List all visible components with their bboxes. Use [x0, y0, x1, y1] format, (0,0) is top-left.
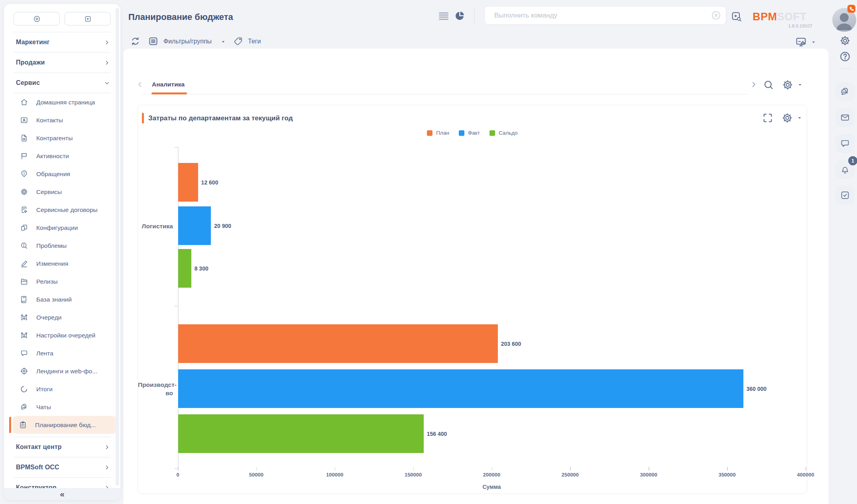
sidebar-item[interactable]: Конфигурации: [4, 219, 120, 237]
service-contract-icon: [20, 206, 28, 214]
sidebar-item[interactable]: Релизы: [4, 273, 120, 290]
phone-icon: [849, 6, 854, 12]
clear-command-icon[interactable]: [711, 10, 721, 20]
search-icon[interactable]: [763, 79, 774, 90]
sidebar-item-label: Чаты: [36, 404, 51, 411]
tags-button[interactable]: Теги: [248, 38, 261, 45]
bubble-icon: [840, 138, 850, 149]
tag-icon[interactable]: [233, 36, 243, 46]
tab-settings-gear-icon[interactable]: [782, 79, 794, 91]
chart-bar-Сальдо-Логистика: [178, 249, 191, 288]
gear-icon: [20, 188, 28, 196]
sidebar-item[interactable]: Контрагенты: [4, 129, 120, 147]
feed-panel-button[interactable]: [835, 134, 855, 153]
sidebar-item-active[interactable]: Планирование бюд...: [13, 416, 116, 434]
sidebar-item[interactable]: Лента: [4, 344, 120, 362]
plus-circle-icon: [33, 15, 41, 23]
refresh-icon[interactable]: [130, 36, 140, 46]
left-sidebar: МаркетингПродажиСервисДомашняя страницаК…: [4, 4, 120, 500]
sidebar-item-label: Контакты: [36, 117, 63, 124]
filters-caret-down-icon[interactable]: [220, 39, 226, 45]
sidebar-item[interactable]: Чаты: [4, 398, 120, 416]
display-settings-caret-icon[interactable]: [811, 39, 816, 45]
x-axis-tick-label: 250000: [562, 472, 579, 478]
filters-groups-button[interactable]: Фильтры/группы: [163, 38, 212, 45]
list-view-icon[interactable]: [438, 12, 449, 20]
configurations-icon: [20, 224, 28, 232]
sidebar-item[interactable]: Контакты: [4, 111, 120, 129]
call-status-badge[interactable]: [847, 5, 855, 13]
display-settings-icon[interactable]: [795, 36, 807, 48]
run-process-button[interactable]: [65, 12, 111, 25]
play-icon: [84, 15, 92, 23]
help-icon[interactable]: [839, 51, 851, 63]
x-axis-tick-label: 150000: [405, 472, 422, 478]
sidebar-item[interactable]: Настройки очередей: [4, 326, 120, 344]
dashboard-view-icon[interactable]: [454, 10, 465, 21]
tab-strip-line: [142, 94, 748, 94]
sidebar-item[interactable]: База знаний: [4, 290, 120, 308]
x-axis-tick-label: 100000: [326, 472, 343, 478]
bar-value-label: 156 400: [427, 431, 447, 437]
tab-analytics[interactable]: Аналитика: [152, 81, 185, 88]
bar-value-label: 203 600: [501, 341, 521, 347]
sidebar-item[interactable]: Активности: [4, 147, 120, 165]
sidebar-item-label: Активности: [36, 153, 69, 160]
problem-icon: [20, 241, 28, 250]
sidebar-scrollbar[interactable]: [116, 8, 119, 486]
bar-value-label: 360 000: [747, 386, 767, 392]
chevron-right-icon: [104, 60, 110, 66]
sidebar-item-label: Контрагенты: [36, 135, 73, 142]
new-record-button[interactable]: [14, 12, 60, 25]
x-axis-tick-label: 400000: [797, 472, 814, 478]
sidebar-group-Продажи[interactable]: Продажи: [4, 53, 120, 73]
sidebar-group-Контакт центр[interactable]: Контакт центр: [4, 437, 120, 457]
sidebar-item[interactable]: Изменения: [4, 255, 120, 273]
sidebar-collapse-button[interactable]: «: [4, 488, 120, 500]
sidebar-item-label: База знаний: [36, 296, 72, 303]
command-input[interactable]: [484, 6, 726, 25]
envelope-icon: [840, 112, 850, 123]
sidebar-item[interactable]: Домашняя страница: [4, 93, 120, 111]
sidebar-item[interactable]: Сервисные договоры: [4, 201, 120, 219]
x-axis-tick: [413, 467, 414, 471]
x-axis-tick-label: 200000: [483, 472, 500, 478]
tabs-scroll-right-icon[interactable]: [750, 80, 758, 88]
sidebar-item[interactable]: Очереди: [4, 308, 120, 326]
sidebar-group-BPMSoft OCC[interactable]: BPMSoft OCC: [4, 457, 120, 477]
sidebar-item-label: Обращения: [36, 171, 70, 178]
sidebar-item[interactable]: Проблемы: [4, 237, 120, 255]
filters-icon[interactable]: [148, 36, 159, 47]
sidebar-item[interactable]: Сервисы: [4, 183, 120, 201]
tasks-panel-button[interactable]: [835, 186, 855, 205]
chats-icon: [20, 403, 28, 411]
email-panel-button[interactable]: [835, 108, 855, 127]
home-icon: [20, 98, 28, 106]
x-axis-title: Сумма: [482, 484, 501, 490]
sidebar-group-Маркетинг[interactable]: Маркетинг: [4, 32, 120, 52]
x-axis-tick-label: 300000: [640, 472, 657, 478]
sidebar-item-label: Итоги: [36, 386, 53, 393]
sidebar-item[interactable]: Лендинги и web-фо...: [4, 362, 120, 380]
sidebar-item-label: Планирование бюд...: [35, 422, 96, 429]
sidebar-group-label: Маркетинг: [16, 39, 50, 46]
contacts-icon: [20, 116, 28, 124]
chart-bar-План-Логистика: [178, 163, 198, 202]
sidebar-group-Сервис[interactable]: Сервис: [4, 73, 120, 93]
tabs-scroll-left-icon[interactable]: [136, 80, 144, 88]
feed-icon: [20, 349, 28, 357]
x-axis-tick: [492, 467, 493, 471]
chart-bar-Факт-Производство: [178, 369, 743, 408]
sidebar-item[interactable]: Обращения: [4, 165, 120, 183]
version-label: 1.8.0.19107: [753, 24, 812, 28]
sidebar-item-label: Сервисы: [36, 188, 62, 196]
sidebar-group-label: Контакт центр: [16, 443, 62, 451]
sidebar-item[interactable]: Итоги: [4, 380, 120, 398]
landing-icon: [20, 367, 28, 375]
settings-gear-icon[interactable]: [839, 35, 851, 47]
chevron-down-icon: [104, 80, 110, 86]
tab-settings-caret-icon[interactable]: [797, 82, 803, 88]
run-process-search-icon[interactable]: [731, 11, 742, 22]
chats-panel-button[interactable]: [835, 82, 855, 101]
budget-icon: [19, 421, 27, 429]
